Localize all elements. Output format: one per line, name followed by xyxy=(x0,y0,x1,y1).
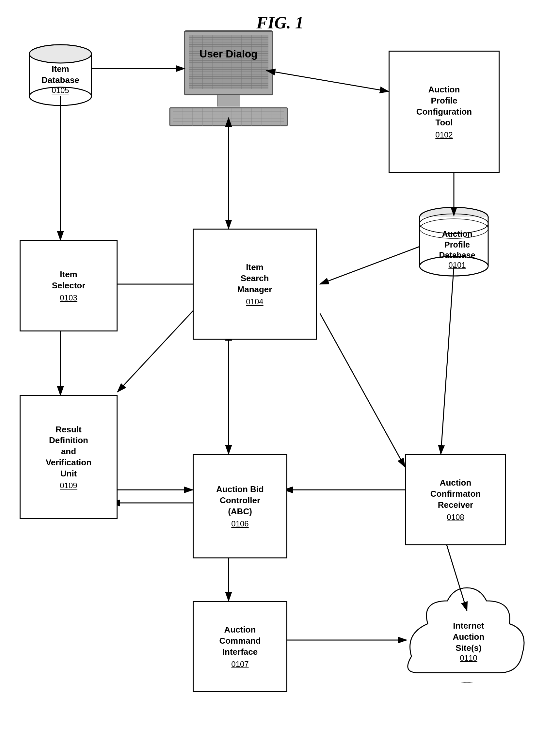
internet-auction-label: InternetAuctionSite(s) 0110 xyxy=(434,620,503,662)
svg-point-10 xyxy=(420,207,488,227)
result-definition-id: 0109 xyxy=(60,481,77,490)
svg-rect-50 xyxy=(217,95,240,106)
svg-line-84 xyxy=(320,313,405,467)
item-selector-box: ItemSelector 0103 xyxy=(20,240,118,331)
item-selector-label: ItemSelector xyxy=(52,269,86,291)
auction-profile-config-id: 0102 xyxy=(435,130,452,139)
svg-line-85 xyxy=(441,266,454,454)
auction-bid-controller-id: 0106 xyxy=(231,519,249,529)
auction-profile-config-box: AuctionProfileConfigurationTool 0102 xyxy=(389,51,500,173)
auction-confirmation-box: AuctionConfirmatonReceiver 0108 xyxy=(405,454,506,545)
auction-profile-config-label: AuctionProfileConfigurationTool xyxy=(416,84,472,128)
auction-command-label: AuctionCommandInterface xyxy=(219,624,261,657)
auction-confirmation-id: 0108 xyxy=(447,513,464,522)
item-search-manager-label: ItemSearchManager xyxy=(237,262,272,295)
svg-line-74 xyxy=(274,72,389,92)
result-definition-box: ResultDefinitionandVerificationUnit 0109 xyxy=(20,395,118,519)
auction-command-box: AuctionCommandInterface 0107 xyxy=(193,601,287,692)
auction-profile-db-label: AuctionProfileDatabase 0101 xyxy=(424,229,490,270)
item-search-manager-box: ItemSearchManager 0104 xyxy=(193,229,317,340)
item-selector-id: 0103 xyxy=(60,293,77,302)
user-dialog-label: User Dialog xyxy=(189,47,268,61)
item-search-manager-id: 0104 xyxy=(246,297,263,306)
figure-title: FIG. 1 xyxy=(256,13,303,32)
svg-rect-18 xyxy=(189,35,268,89)
svg-rect-17 xyxy=(184,31,273,95)
auction-command-id: 0107 xyxy=(231,659,249,669)
svg-point-2 xyxy=(29,45,92,63)
item-database-label: ItemDatabase 0105 xyxy=(29,64,92,95)
auction-bid-controller-label: Auction BidController(ABC) xyxy=(216,484,264,517)
auction-bid-controller-box: Auction BidController(ABC) 0106 xyxy=(193,454,287,558)
auction-confirmation-label: AuctionConfirmatonReceiver xyxy=(430,477,481,510)
svg-line-82 xyxy=(320,247,420,284)
svg-point-7 xyxy=(29,45,92,63)
result-definition-label: ResultDefinitionandVerificationUnit xyxy=(46,424,92,479)
svg-rect-51 xyxy=(170,108,287,126)
